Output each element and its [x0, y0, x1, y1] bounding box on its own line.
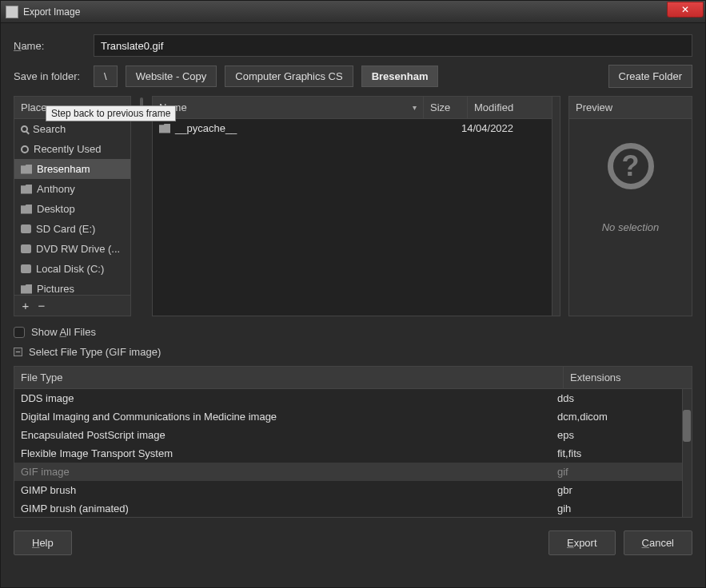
- show-all-label: Show All Files: [31, 326, 96, 338]
- question-icon: ?: [608, 143, 654, 189]
- folder-icon: [21, 185, 32, 194]
- places-item-dvd[interactable]: DVD RW Drive (...: [14, 239, 130, 259]
- preview-header: Preview: [569, 97, 692, 119]
- filetype-row[interactable]: Digital Imaging and Communications in Me…: [14, 407, 692, 426]
- column-name[interactable]: Name▾: [153, 97, 424, 118]
- column-modified[interactable]: Modified: [468, 97, 560, 118]
- cancel-button[interactable]: Cancel: [624, 530, 692, 555]
- breadcrumb-2[interactable]: Computer Graphics CS: [225, 66, 353, 87]
- places-pane: Places Search Recently Used Bresenham An…: [14, 96, 131, 316]
- breadcrumb-root[interactable]: \: [94, 66, 118, 87]
- breadcrumb-1[interactable]: Website - Copy: [126, 66, 217, 87]
- folder-icon: [21, 284, 32, 294]
- sort-caret-icon: ▾: [413, 103, 417, 112]
- filetype-row-selected[interactable]: GIF imagegif: [14, 463, 692, 481]
- pane-divider[interactable]: [139, 96, 144, 316]
- remove-place-button[interactable]: −: [35, 299, 48, 312]
- filetype-row[interactable]: Encapsulated PostScript imageeps: [14, 426, 692, 444]
- files-pane: Name▾ Size Modified __pycache__ 14/04/20…: [152, 96, 560, 316]
- save-in-label: Save in folder:: [14, 70, 86, 82]
- export-image-dialog: Export Image ✕ Name: Save in folder: \ W…: [0, 0, 706, 588]
- folder-icon: [21, 205, 32, 214]
- places-item-anthony[interactable]: Anthony: [14, 179, 130, 199]
- no-selection-text: No selection: [602, 221, 660, 233]
- column-size[interactable]: Size: [424, 97, 468, 118]
- filetype-column-ext[interactable]: Extensions: [564, 367, 692, 388]
- show-all-checkbox[interactable]: [14, 327, 25, 338]
- places-item-search[interactable]: Search: [14, 119, 130, 139]
- collapse-icon: −: [14, 348, 22, 356]
- places-item-sdcard[interactable]: SD Card (E:): [14, 219, 130, 239]
- create-folder-button[interactable]: Create Folder: [608, 65, 692, 88]
- folder-icon: [21, 165, 32, 174]
- export-button[interactable]: Export: [548, 530, 616, 555]
- app-icon: [6, 6, 18, 18]
- filetype-row[interactable]: Flexible Image Transport Systemfit,fits: [14, 444, 692, 463]
- tooltip: Step back to previous frame: [46, 105, 176, 121]
- preview-pane: Preview ? No selection: [568, 96, 692, 316]
- window-title: Export Image: [23, 6, 80, 18]
- name-label: Name:: [14, 40, 86, 52]
- filetype-column-name[interactable]: File Type: [14, 367, 564, 388]
- files-header: Name▾ Size Modified: [153, 97, 560, 119]
- disk-icon: [21, 244, 31, 253]
- select-filetype-label: Select File Type (GIF image): [29, 346, 161, 358]
- disk-icon: [21, 264, 31, 273]
- add-place-button[interactable]: +: [19, 299, 32, 312]
- filetype-row[interactable]: DDS imagedds: [14, 389, 692, 407]
- scrollbar[interactable]: [682, 389, 692, 517]
- help-button[interactable]: Help: [14, 530, 72, 555]
- disk-icon: [21, 224, 31, 233]
- places-item-bresenham[interactable]: Bresenham: [14, 159, 130, 179]
- clock-icon: [21, 145, 29, 153]
- scrollbar-thumb[interactable]: [683, 410, 691, 442]
- search-icon: [21, 125, 28, 133]
- filetype-pane: File Type Extensions DDS imagedds Digita…: [14, 366, 692, 518]
- places-item-desktop[interactable]: Desktop: [14, 199, 130, 219]
- places-list: Search Recently Used Bresenham Anthony D…: [14, 119, 130, 295]
- titlebar[interactable]: Export Image ✕: [1, 1, 705, 23]
- filetype-row[interactable]: GIMP brushgbr: [14, 481, 692, 499]
- select-filetype-expander[interactable]: − Select File Type (GIF image): [14, 346, 692, 358]
- breadcrumb-3[interactable]: Bresenham: [361, 66, 439, 87]
- places-item-localdisk[interactable]: Local Disk (C:): [14, 259, 130, 279]
- filetype-row[interactable]: GIMP brush (animated)gih: [14, 499, 692, 517]
- scrollbar[interactable]: [552, 97, 560, 316]
- places-item-pictures[interactable]: Pictures: [14, 279, 130, 295]
- file-row[interactable]: __pycache__ 14/04/2022: [153, 119, 560, 137]
- places-item-recent[interactable]: Recently Used: [14, 139, 130, 159]
- close-button[interactable]: ✕: [667, 2, 704, 18]
- folder-icon: [159, 124, 170, 133]
- filename-input[interactable]: [94, 34, 692, 57]
